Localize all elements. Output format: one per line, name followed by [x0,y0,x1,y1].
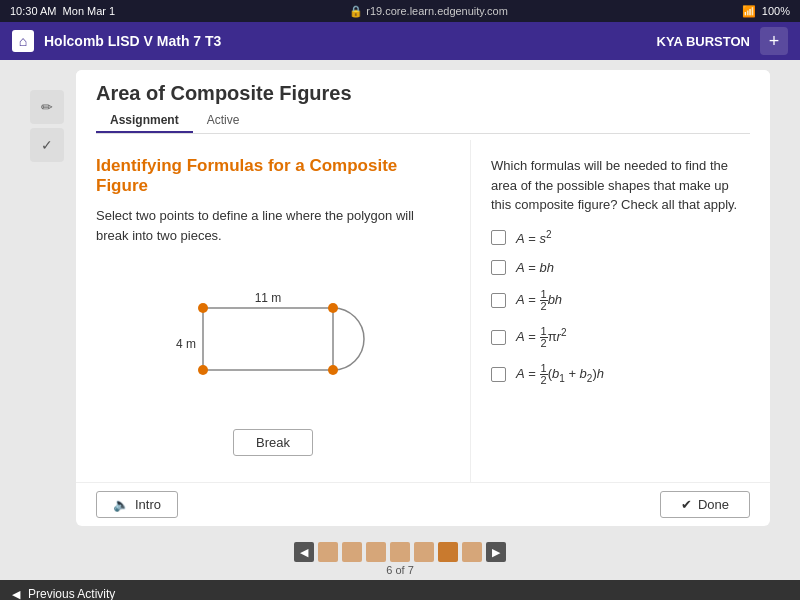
tab-active[interactable]: Active [193,109,254,133]
top-nav: ⌂ Holcomb LISD V Math 7 T3 KYA BURSTON + [0,22,800,60]
status-url: 🔒 r19.core.learn.edgenuity.com [349,5,508,18]
page-dot-4[interactable] [390,542,410,562]
card-header: Area of Composite Figures Assignment Act… [76,70,770,140]
page-dot-2[interactable] [342,542,362,562]
wifi-icon: 📶 [742,5,756,18]
nav-user: KYA BURSTON [657,34,750,49]
tab-assignment[interactable]: Assignment [96,109,193,133]
intro-button[interactable]: 🔈 Intro [96,491,178,518]
svg-point-2 [328,303,338,313]
sidebar-tools: ✏ ✓ [30,90,68,526]
formula-text-1: A = s2 [516,229,552,246]
instruction-text: Select two points to define a line where… [96,206,450,245]
status-indicators: 📶 100% [742,5,790,18]
check-tool[interactable]: ✓ [30,128,64,162]
tabs: Assignment Active [96,109,750,134]
page-info: 6 of 7 [0,564,800,580]
question-text: Which formulas will be needed to find th… [491,156,750,215]
formula-option-5: A = 12(b1 + b2)h [491,363,750,386]
section-title: Identifying Formulas for a Composite Fig… [96,156,450,196]
page-dot-5[interactable] [414,542,434,562]
main-area: ✏ ✓ Area of Composite Figures Assignment… [0,60,800,580]
page-dot-3[interactable] [366,542,386,562]
check-icon: ✓ [41,137,53,153]
plus-icon: + [769,31,780,52]
break-button[interactable]: Break [233,429,313,456]
home-button[interactable]: ⌂ [12,30,34,52]
right-panel: Which formulas will be needed to find th… [470,140,770,482]
done-button[interactable]: ✔ Done [660,491,750,518]
svg-point-1 [198,303,208,313]
checkbox-3[interactable] [491,293,506,308]
battery-icon: 100% [762,5,790,17]
content-card: Area of Composite Figures Assignment Act… [76,70,770,526]
pagination: ◀ ▶ [0,536,800,564]
formula-text-2: A = bh [516,260,554,275]
checkbox-5[interactable] [491,367,506,382]
card-body: Identifying Formulas for a Composite Fig… [76,140,770,482]
svg-point-4 [328,365,338,375]
home-icon: ⌂ [19,33,27,49]
next-page-arrow[interactable]: ▶ [486,542,506,562]
status-bar: 10:30 AM Mon Mar 1 🔒 r19.core.learn.edge… [0,0,800,22]
previous-activity-label: Previous Activity [28,587,115,600]
prev-page-arrow[interactable]: ◀ [294,542,314,562]
height-label: 4 m [176,337,196,351]
formula-text-5: A = 12(b1 + b2)h [516,363,604,386]
page-dot-7[interactable] [462,542,482,562]
nav-title: Holcomb LISD V Math 7 T3 [44,33,221,49]
formula-option-4: A = 12πr2 [491,326,750,349]
pencil-icon: ✏ [41,99,53,115]
checkbox-1[interactable] [491,230,506,245]
formula-option-1: A = s2 [491,229,750,246]
formula-option-2: A = bh [491,260,750,275]
left-panel: Identifying Formulas for a Composite Fig… [76,140,470,482]
width-label: 11 m [255,291,282,305]
checkbox-4[interactable] [491,330,506,345]
plus-button[interactable]: + [760,27,788,55]
formula-option-3: A = 12bh [491,289,750,312]
bottom-bar-arrow: ◀ [12,588,20,601]
page-title: Area of Composite Figures [96,82,750,105]
status-time: 10:30 AM Mon Mar 1 [10,5,115,17]
bottom-bar[interactable]: ◀ Previous Activity [0,580,800,600]
speaker-icon: 🔈 [113,497,129,512]
formula-text-4: A = 12πr2 [516,326,567,349]
page-dot-6[interactable] [438,542,458,562]
composite-figure: 11 m 4 m [168,290,378,390]
formula-text-3: A = 12bh [516,289,562,312]
svg-point-3 [198,365,208,375]
card-footer: 🔈 Intro ✔ Done [76,482,770,526]
svg-rect-0 [203,308,333,370]
pencil-tool[interactable]: ✏ [30,90,64,124]
checkbox-2[interactable] [491,260,506,275]
break-btn-area: Break [96,429,450,456]
figure-area: 11 m 4 m [96,261,450,419]
page-dot-1[interactable] [318,542,338,562]
checkmark-icon: ✔ [681,497,692,512]
